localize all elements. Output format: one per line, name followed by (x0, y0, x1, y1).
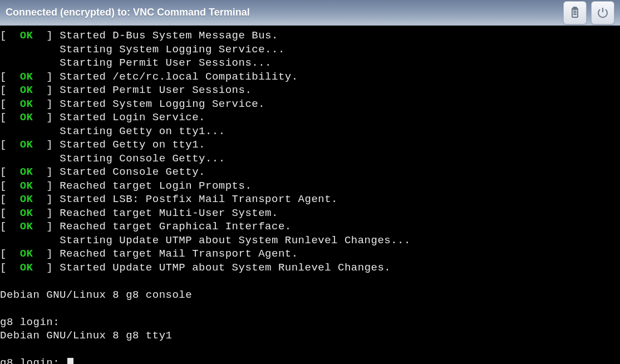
terminal-line: Starting System Logging Service... (0, 43, 620, 57)
window-title: Connected (encrypted) to: VNC Command Te… (6, 7, 250, 18)
terminal-text: Started System Logging Service. (60, 98, 265, 110)
status-ok: OK (20, 220, 33, 233)
status-ok: OK (20, 166, 33, 178)
terminal-line: [ OK ] Started System Logging Service. (0, 97, 620, 111)
terminal-text: Started LSB: Postfix Mail Transport Agen… (60, 193, 338, 205)
terminal-text: Started Getty on tty1. (60, 139, 205, 151)
status-ok: OK (20, 207, 33, 219)
power-button[interactable] (591, 1, 614, 24)
terminal-line (0, 302, 620, 316)
status-ok: OK (20, 111, 33, 124)
terminal-line: [ OK ] Started /etc/rc.local Compatibili… (0, 70, 620, 84)
terminal-line (0, 343, 620, 357)
status-ok: OK (20, 29, 33, 42)
terminal-line: [ OK ] Started D-Bus System Message Bus. (0, 29, 620, 43)
terminal-text: Started D-Bus System Message Bus. (60, 29, 278, 42)
cursor (67, 358, 73, 364)
status-ok: OK (20, 180, 33, 192)
terminal-text: Starting Update UTMP about System Runlev… (60, 234, 411, 247)
terminal-line: [ OK ] Started Console Getty. (0, 165, 620, 179)
status-ok: OK (20, 84, 33, 96)
terminal-text: Starting Getty on tty1... (60, 125, 225, 137)
status-ok: OK (20, 98, 33, 110)
terminal-line: g8 login: (0, 316, 620, 329)
clipboard-icon (568, 6, 582, 19)
status-ok: OK (20, 248, 33, 260)
login-prompt[interactable]: g8 login: (0, 357, 66, 364)
terminal-text: Debian GNU/Linux 8 g8 tty1 (0, 329, 172, 342)
titlebar: Connected (encrypted) to: VNC Command Te… (0, 0, 620, 26)
terminal-line: Debian GNU/Linux 8 g8 tty1 (0, 329, 620, 343)
terminal-line: g8 login: (0, 356, 620, 364)
terminal-text: g8 login: (0, 316, 60, 328)
terminal-text: Reached target Multi-User System. (60, 207, 278, 219)
power-icon (596, 6, 609, 19)
terminal-text: Reached target Graphical Interface. (60, 220, 292, 233)
status-ok: OK (20, 71, 33, 83)
terminal-text: Debian GNU/Linux 8 g8 console (0, 289, 192, 301)
terminal-line: Starting Console Getty... (0, 152, 620, 166)
terminal-text: Starting Permit User Sessions... (60, 57, 272, 69)
terminal-line: Starting Getty on tty1... (0, 125, 620, 139)
terminal-line: [ OK ] Started Update UTMP about System … (0, 261, 620, 275)
terminal-output[interactable]: [ OK ] Started D-Bus System Message Bus.… (0, 26, 620, 364)
terminal-line: [ OK ] Reached target Multi-User System. (0, 206, 620, 220)
status-ok: OK (20, 193, 33, 205)
terminal-text: Starting Console Getty... (60, 153, 225, 165)
terminal-text: Starting System Logging Service... (60, 43, 285, 56)
clipboard-button[interactable] (563, 1, 587, 24)
terminal-line: Starting Permit User Sessions... (0, 56, 620, 70)
terminal-line: [ OK ] Started LSB: Postfix Mail Transpo… (0, 193, 620, 206)
terminal-text: Started Permit User Sessions. (60, 84, 252, 96)
terminal-line: [ OK ] Reached target Graphical Interfac… (0, 220, 620, 234)
window-controls (563, 1, 614, 24)
terminal-line: Starting Update UTMP about System Runlev… (0, 234, 620, 248)
terminal-line: [ OK ] Started Getty on tty1. (0, 138, 620, 152)
terminal-text: Started Console Getty. (60, 166, 205, 178)
terminal-text: Reached target Mail Transport Agent. (60, 248, 298, 260)
terminal-line: [ OK ] Started Login Service. (0, 111, 620, 125)
terminal-line: [ OK ] Reached target Login Prompts. (0, 179, 620, 193)
terminal-text: Started /etc/rc.local Compatibility. (60, 71, 298, 83)
terminal-text: Started Update UTMP about System Runleve… (60, 262, 391, 274)
terminal-text: Reached target Login Prompts. (60, 180, 252, 192)
status-ok: OK (20, 262, 33, 274)
terminal-text: Started Login Service. (60, 111, 205, 124)
terminal-line: [ OK ] Reached target Mail Transport Age… (0, 247, 620, 261)
status-ok: OK (20, 139, 33, 151)
terminal-line (0, 274, 620, 288)
terminal-line: [ OK ] Started Permit User Sessions. (0, 83, 620, 97)
terminal-line: Debian GNU/Linux 8 g8 console (0, 288, 620, 302)
